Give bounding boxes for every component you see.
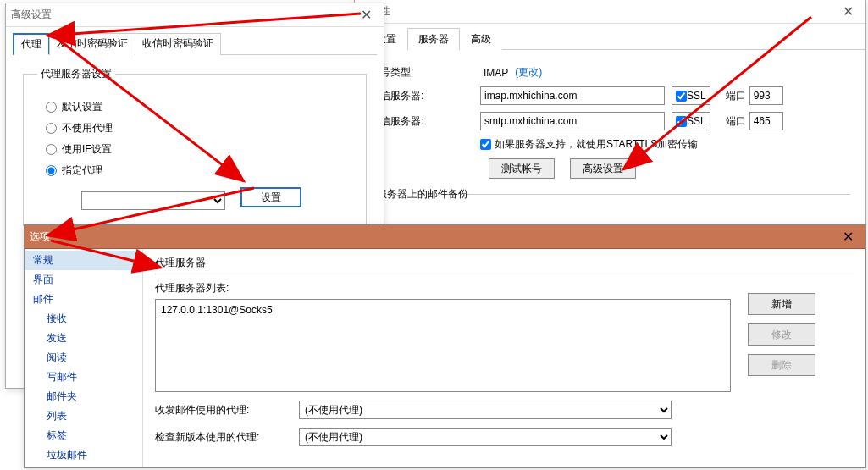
acct-body: 帐号类型: IMAP (更改) 收信服务器: SSL 端口 发信服务器: SSL… — [355, 50, 865, 213]
mail-proxy-label: 收发邮件使用的代理: — [155, 403, 299, 417]
change-link[interactable]: (更改) — [515, 65, 542, 80]
account-properties-window: 号属性 ✕ 设置 服务器 高级 帐号类型: IMAP (更改) 收信服务器: S… — [354, 0, 866, 224]
proxy-group-title: 代理服务器设置 — [37, 67, 115, 81]
adv-tabs: 代理 发信时密码验证 收信时密码验证 — [13, 32, 377, 55]
starttls-checkbox[interactable] — [480, 139, 491, 150]
proxy-settings-group: 代理服务器设置 默认设置 不使用代理 使用IE设置 指定代理 设置 — [23, 67, 367, 226]
add-button[interactable]: 新增 — [748, 293, 815, 315]
close-icon[interactable]: ✕ — [835, 229, 860, 245]
radio-default[interactable] — [46, 102, 57, 113]
send-server-input[interactable] — [480, 112, 665, 130]
recv-ssl-checkbox[interactable]: SSL — [672, 86, 710, 105]
list-item[interactable]: 127.0.0.1:1301@Socks5 — [159, 303, 727, 317]
tree-mail[interactable]: 邮件 — [25, 290, 142, 309]
list-buttons: 新增 修改 删除 — [748, 293, 832, 384]
opt-body: 常规 界面 邮件 接收 发送 阅读 写邮件 邮件夹 列表 标签 垃圾邮件 黑名单… — [25, 249, 865, 467]
tab-send-auth[interactable]: 发信时密码验证 — [49, 33, 135, 55]
tab-server[interactable]: 服务器 — [407, 28, 460, 50]
options-main-panel: 代理服务器 代理服务器列表: 127.0.0.1:1301@Socks5 新增 … — [143, 249, 865, 467]
tree-folders[interactable]: 邮件夹 — [25, 387, 142, 406]
tab-recv-auth[interactable]: 收信时密码验证 — [135, 33, 221, 55]
mail-proxy-select[interactable]: (不使用代理) — [299, 401, 672, 419]
test-account-button[interactable]: 测试帐号 — [489, 158, 555, 179]
recv-port-input[interactable] — [749, 86, 783, 105]
proxy-listbox[interactable]: 127.0.0.1:1301@Socks5 — [155, 299, 731, 392]
update-proxy-label: 检查新版本使用的代理: — [155, 430, 299, 445]
proxy-select[interactable] — [81, 191, 225, 210]
radio-no-proxy[interactable] — [46, 123, 57, 134]
opt-title: 选项 — [30, 229, 50, 244]
adv-body: 代理服务器设置 默认设置 不使用代理 使用IE设置 指定代理 设置 — [6, 55, 384, 238]
tree-general[interactable]: 常规 — [25, 251, 142, 270]
tree-tags[interactable]: 标签 — [25, 426, 142, 445]
recv-server-input[interactable] — [480, 86, 665, 105]
opt-titlebar: 选项 ✕ — [25, 225, 865, 249]
tree-send[interactable]: 发送 — [25, 329, 142, 348]
account-type-value: IMAP — [484, 67, 508, 79]
close-icon[interactable]: ✕ — [835, 3, 860, 19]
adv-titlebar: 高级设置 ✕ — [6, 3, 384, 27]
starttls-label: 如果服务器支持，就使用STARTTLS加密传输 — [495, 137, 698, 152]
tab-advanced[interactable]: 高级 — [460, 28, 502, 50]
advanced-settings-button[interactable]: 高级设置 — [570, 158, 636, 179]
update-proxy-select[interactable]: (不使用代理) — [299, 428, 672, 446]
tree-ui[interactable]: 界面 — [25, 270, 142, 290]
proxy-section-title: 代理服务器 — [155, 252, 854, 274]
tree-blacklist[interactable]: 黑名单 — [25, 465, 142, 467]
backup-legend: 服务器上的邮件备份 — [377, 187, 468, 202]
edit-button[interactable]: 修改 — [748, 323, 815, 346]
acct-titlebar: 号属性 ✕ — [355, 0, 865, 24]
close-icon[interactable]: ✕ — [353, 7, 379, 23]
tree-list[interactable]: 列表 — [25, 406, 142, 426]
send-port-input[interactable] — [749, 112, 783, 130]
radio-ie-settings[interactable] — [46, 144, 57, 155]
adv-title: 高级设置 — [11, 8, 52, 22]
tree-junk[interactable]: 垃圾邮件 — [25, 445, 142, 465]
port-label: 端口 — [726, 89, 746, 103]
backup-group: 服务器上的邮件备份 — [370, 187, 850, 205]
send-ssl-checkbox[interactable]: SSL — [672, 112, 710, 130]
settings-button[interactable]: 设置 — [240, 187, 301, 207]
options-window: 选项 ✕ 常规 界面 邮件 接收 发送 阅读 写邮件 邮件夹 列表 标签 垃圾邮… — [24, 224, 866, 468]
options-tree: 常规 界面 邮件 接收 发送 阅读 写邮件 邮件夹 列表 标签 垃圾邮件 黑名单… — [25, 249, 143, 467]
tree-recv[interactable]: 接收 — [25, 309, 142, 329]
delete-button[interactable]: 删除 — [748, 354, 815, 376]
acct-tabs: 设置 服务器 高级 — [355, 27, 865, 50]
tab-proxy[interactable]: 代理 — [13, 33, 50, 55]
radio-specify-proxy[interactable] — [46, 165, 57, 176]
tree-compose[interactable]: 写邮件 — [25, 368, 142, 387]
tree-read[interactable]: 阅读 — [25, 348, 142, 368]
port-label-2: 端口 — [726, 114, 746, 129]
